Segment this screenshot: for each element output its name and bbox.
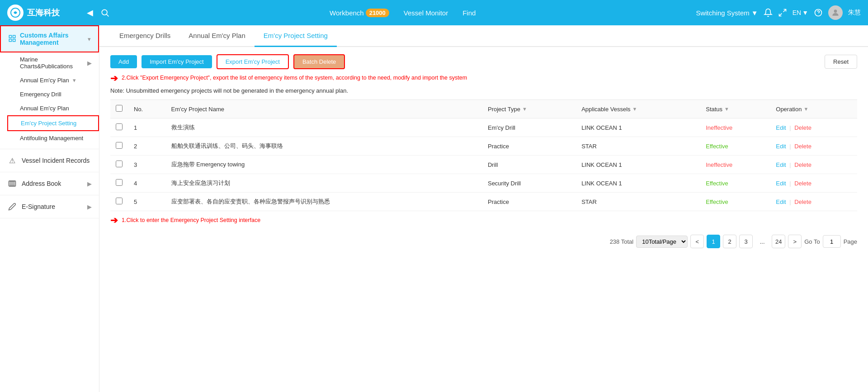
page-3-button[interactable]: 3 xyxy=(739,235,753,248)
edit-button[interactable]: Edit xyxy=(776,161,786,168)
row-type: Practice xyxy=(482,193,576,211)
tab-emergency-drills[interactable]: Emergency Drills xyxy=(110,25,179,47)
e-signature-icon xyxy=(7,202,17,212)
note-text: Note: Unsubmitted emergency projects wil… xyxy=(99,85,868,99)
user-avatar[interactable] xyxy=(828,5,843,20)
total-count: 238 Total xyxy=(610,238,634,245)
row-name: 应变部署表、各自的应变责职、各种应急警报声号识别与熟悉 xyxy=(166,193,482,211)
batch-delete-button[interactable]: Batch Delete xyxy=(293,54,345,69)
sidebar-item-antifouling[interactable]: Antifouling Management xyxy=(0,131,99,145)
row-operations: Edit | Delete xyxy=(770,174,857,193)
table-row: 2 船舶失联通讯训练、公司、码头、海事联络 Practice STAR Effe… xyxy=(110,137,857,156)
row-operations: Edit | Delete xyxy=(770,118,857,137)
notification-bell[interactable] xyxy=(764,8,773,17)
row-checkbox[interactable] xyxy=(116,198,123,204)
next-page-button[interactable]: > xyxy=(788,235,802,248)
sidebar-item-e-signature[interactable]: E-Signature ▶ xyxy=(0,195,99,218)
edit-button[interactable]: Edit xyxy=(776,180,786,187)
row-checkbox[interactable] xyxy=(116,142,123,149)
sidebar-item-vessel-incident[interactable]: ⚠ Vessel Incident Records xyxy=(0,149,99,172)
sidebar-item-annual-emcy-plan-group[interactable]: Annual Em'cy Plan ▾ xyxy=(0,73,99,87)
tab-annual-emcy-plan[interactable]: Annual Em'cy Plan xyxy=(179,25,254,47)
row-no: 2 xyxy=(128,137,166,156)
add-button[interactable]: Add xyxy=(110,55,137,68)
row-operations: Edit | Delete xyxy=(770,156,857,174)
import-button[interactable]: Import Em'cy Project xyxy=(142,55,212,68)
row-status: Ineffective xyxy=(700,118,770,137)
edit-button[interactable]: Edit xyxy=(776,143,786,150)
per-page-select[interactable]: 10Total/Page 20Total/Page 50Total/Page xyxy=(636,236,688,248)
emergency-drill-label: Emergency Drill xyxy=(20,91,61,98)
row-checkbox-cell xyxy=(110,174,128,193)
row-operations: Edit | Delete xyxy=(770,193,857,211)
table-row: 4 海上安全应急演习计划 Security Drill LINK OCEAN 1… xyxy=(110,174,857,193)
delete-button[interactable]: Delete xyxy=(794,198,811,205)
row-checkbox-cell xyxy=(110,137,128,156)
svg-point-1 xyxy=(102,9,107,15)
delete-button[interactable]: Delete xyxy=(794,143,811,150)
sidebar: Customs Affairs Management ▾ Marine Char… xyxy=(0,25,99,392)
tab-emcy-project-setting[interactable]: Em'cy Project Setting xyxy=(255,25,337,47)
row-checkbox-cell xyxy=(110,193,128,211)
delete-button[interactable]: Delete xyxy=(794,124,811,131)
row-checkbox[interactable] xyxy=(116,179,123,186)
emcy-project-setting-label: Em'cy Project Setting xyxy=(21,120,76,127)
search-button[interactable] xyxy=(100,8,109,17)
svg-rect-11 xyxy=(9,39,11,41)
th-type[interactable]: Project Type ▼ xyxy=(482,100,576,118)
reset-button[interactable]: Reset xyxy=(825,55,857,69)
back-button[interactable]: ◀ xyxy=(87,8,93,18)
row-status: Effective xyxy=(700,174,770,193)
row-type: Security Drill xyxy=(482,174,576,193)
help-button[interactable] xyxy=(814,8,823,17)
row-checkbox[interactable] xyxy=(116,123,123,130)
nav-icons-area: Switching System ▼ EN ▼ xyxy=(696,5,861,20)
goto-input[interactable] xyxy=(823,235,841,248)
workbench-nav[interactable]: Workbench 21000 xyxy=(330,9,389,17)
status-sort-icon: ▼ xyxy=(724,106,729,112)
th-checkbox xyxy=(110,100,128,118)
prev-page-button[interactable]: < xyxy=(690,235,704,248)
sidebar-item-annual-emcy-plan-sub[interactable]: Annual Em'cy Plan xyxy=(7,101,99,115)
main-layout: Customs Affairs Management ▾ Marine Char… xyxy=(0,25,868,392)
th-status[interactable]: Status ▼ xyxy=(700,100,770,118)
switching-system-label: Switching System xyxy=(696,9,749,17)
row-checkbox[interactable] xyxy=(116,161,123,167)
sidebar-item-customs-affairs[interactable]: Customs Affairs Management ▾ xyxy=(0,25,99,52)
row-name: 海上安全应急演习计划 xyxy=(166,174,482,193)
row-vessels: LINK OCEAN 1 xyxy=(576,156,700,174)
svg-line-2 xyxy=(107,14,109,17)
export-button[interactable]: Export Em'cy Project xyxy=(217,54,289,69)
operation-sort-icon: ▼ xyxy=(803,106,808,112)
page-24-button[interactable]: 24 xyxy=(772,235,785,248)
svg-rect-8 xyxy=(9,35,11,38)
page-2-button[interactable]: 2 xyxy=(723,235,736,248)
vessel-monitor-nav[interactable]: Vessel Monitor xyxy=(404,9,448,17)
row-no: 1 xyxy=(128,118,166,137)
select-all-checkbox[interactable] xyxy=(116,105,123,112)
sidebar-item-emergency-drill[interactable]: Emergency Drill xyxy=(7,87,99,101)
edit-button[interactable]: Edit xyxy=(776,124,786,131)
table-container: No. Em'cy Project Name Project Type ▼ Ap… xyxy=(99,99,868,211)
th-vessels[interactable]: Applicable Vessels ▼ xyxy=(576,100,700,118)
delete-button[interactable]: Delete xyxy=(794,180,811,187)
lang-label: EN xyxy=(793,9,801,16)
switching-system-button[interactable]: Switching System ▼ xyxy=(696,9,758,17)
edit-button[interactable]: Edit xyxy=(776,198,786,205)
switching-system-chevron: ▼ xyxy=(751,9,758,17)
delete-button[interactable]: Delete xyxy=(794,161,811,168)
row-type: Em'cy Drill xyxy=(482,118,576,137)
customs-affairs-expand-icon: ▾ xyxy=(88,36,91,43)
find-nav[interactable]: Find xyxy=(462,9,476,17)
sidebar-item-marine-charts[interactable]: Marine Charts&Publications ▶ xyxy=(0,52,99,73)
page-1-button[interactable]: 1 xyxy=(707,235,720,248)
expand-button[interactable] xyxy=(778,8,787,17)
sidebar-item-address-book[interactable]: Address Book ▶ xyxy=(0,172,99,195)
marine-charts-expand-icon: ▶ xyxy=(87,60,92,66)
annual-emcy-plan-label: Annual Em'cy Plan xyxy=(20,77,69,84)
language-button[interactable]: EN ▼ xyxy=(793,9,808,16)
row-vessels: STAR xyxy=(576,137,700,156)
sidebar-item-emcy-project-setting[interactable]: Em'cy Project Setting xyxy=(7,115,99,131)
table-header-row: No. Em'cy Project Name Project Type ▼ Ap… xyxy=(110,100,857,118)
row-vessels: LINK OCEAN 1 xyxy=(576,174,700,193)
